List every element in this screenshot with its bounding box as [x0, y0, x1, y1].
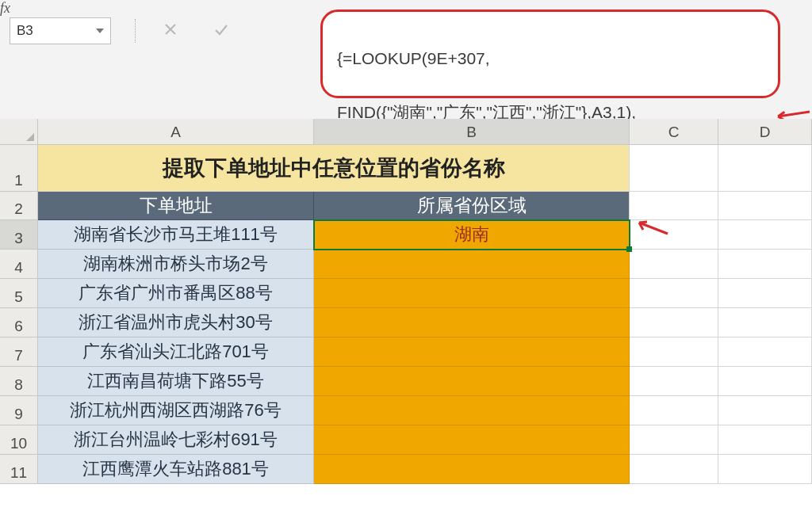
formula-cancel-button[interactable] — [157, 18, 184, 44]
row-header-3[interactable]: 3 — [0, 220, 38, 250]
row-header-7[interactable]: 7 — [0, 337, 38, 367]
row-header-5[interactable]: 5 — [0, 279, 38, 308]
cell-B7[interactable] — [314, 337, 630, 367]
column-header-A[interactable]: A — [38, 119, 314, 144]
cell-B11[interactable] — [314, 455, 630, 484]
cell-B9[interactable] — [314, 396, 630, 425]
row-11: 11 江西鹰潭火车站路881号 — [0, 455, 812, 484]
cell-D9[interactable] — [718, 396, 812, 425]
row-5: 5 广东省广州市番禺区88号 — [0, 279, 812, 308]
cell-D8[interactable] — [718, 367, 812, 396]
select-all-corner[interactable] — [0, 119, 38, 144]
spreadsheet-grid[interactable]: A B C D 1 提取下单地址中任意位置的省份名称 2 下单地址 所属省份区域… — [0, 119, 812, 511]
cell-C10[interactable] — [630, 425, 718, 455]
row-header-2[interactable]: 2 — [0, 192, 38, 220]
cell-C11[interactable] — [630, 455, 718, 484]
cell-D5[interactable] — [718, 279, 812, 308]
row-header-8[interactable]: 8 — [0, 367, 38, 396]
cell-A5[interactable]: 广东省广州市番禺区88号 — [38, 279, 314, 308]
cell-B6[interactable] — [314, 308, 630, 337]
column-headers: A B C D — [0, 119, 812, 145]
cell-D11[interactable] — [718, 455, 812, 484]
cell-D3[interactable] — [718, 220, 812, 250]
row-header-11[interactable]: 11 — [0, 455, 38, 484]
row-header-10[interactable]: 10 — [0, 425, 38, 455]
cell-A4[interactable]: 湖南株洲市桥头市场2号 — [38, 250, 314, 279]
annotation-arrow-cell — [634, 216, 669, 242]
cell-A6[interactable]: 浙江省温州市虎头村30号 — [38, 308, 314, 337]
cell-A9[interactable]: 浙江杭州西湖区西湖路76号 — [38, 396, 314, 425]
row-header-4[interactable]: 4 — [0, 250, 38, 279]
formula-bar-area: B3 fx {=LOOKUP(9E+307, FIND({"湖南","广东","… — [0, 0, 812, 119]
column-header-C[interactable]: C — [630, 119, 718, 144]
row-header-1[interactable]: 1 — [0, 145, 38, 192]
row-7: 7 广东省汕头江北路701号 — [0, 337, 812, 367]
cell-B4[interactable] — [314, 250, 630, 279]
row-9: 9 浙江杭州西湖区西湖路76号 — [0, 396, 812, 425]
formula-input[interactable]: {=LOOKUP(9E+307, FIND({"湖南","广东","江西","浙… — [320, 10, 780, 98]
cell-B8[interactable] — [314, 367, 630, 396]
cell-A8[interactable]: 江西南昌荷塘下路55号 — [38, 367, 314, 396]
cell-A7[interactable]: 广东省汕头江北路701号 — [38, 337, 314, 367]
row-2: 2 下单地址 所属省份区域 — [0, 192, 812, 220]
cell-D10[interactable] — [718, 425, 812, 455]
cell-C8[interactable] — [630, 367, 718, 396]
row-header-6[interactable]: 6 — [0, 308, 38, 337]
column-header-D[interactable]: D — [718, 119, 812, 144]
fx-icon: fx — [0, 0, 10, 16]
cell-D4[interactable] — [718, 250, 812, 279]
cell-D7[interactable] — [718, 337, 812, 367]
check-icon — [213, 21, 229, 40]
row-10: 10 浙江台州温岭七彩村691号 — [0, 425, 812, 455]
formula-accept-button[interactable] — [208, 18, 235, 44]
row-4: 4 湖南株洲市桥头市场2号 — [0, 250, 812, 279]
separator — [135, 19, 136, 43]
grid-body: 1 提取下单地址中任意位置的省份名称 2 下单地址 所属省份区域 3 湖南省长沙… — [0, 145, 812, 484]
row-6: 6 浙江省温州市虎头村30号 — [0, 308, 812, 337]
row-8: 8 江西南昌荷塘下路55号 — [0, 367, 812, 396]
row-1: 1 提取下单地址中任意位置的省份名称 — [0, 145, 812, 192]
cell-A3[interactable]: 湖南省长沙市马王堆111号 — [38, 220, 314, 250]
row-header-9[interactable]: 9 — [0, 396, 38, 425]
cell-D6[interactable] — [718, 308, 812, 337]
header-province[interactable]: 所属省份区域 — [314, 192, 630, 220]
cell-C6[interactable] — [630, 308, 718, 337]
cell-B5[interactable] — [314, 279, 630, 308]
formula-line-1: {=LOOKUP(9E+307, — [337, 45, 764, 72]
name-box-dropdown-icon[interactable] — [96, 29, 104, 33]
cell-D2[interactable] — [718, 192, 812, 220]
cell-B3[interactable]: 湖南 — [314, 220, 630, 250]
header-address[interactable]: 下单地址 — [38, 192, 314, 220]
cell-A11[interactable]: 江西鹰潭火车站路881号 — [38, 455, 314, 484]
title-cell[interactable]: 提取下单地址中任意位置的省份名称 — [38, 145, 630, 192]
cell-B10[interactable] — [314, 425, 630, 455]
name-box-value: B3 — [17, 23, 33, 39]
cell-C5[interactable] — [630, 279, 718, 308]
cell-C4[interactable] — [630, 250, 718, 279]
column-header-B[interactable]: B — [314, 119, 630, 144]
name-box[interactable]: B3 — [10, 17, 111, 44]
cell-D1[interactable] — [718, 145, 812, 192]
cell-A10[interactable]: 浙江台州温岭七彩村691号 — [38, 425, 314, 455]
row-3: 3 湖南省长沙市马王堆111号 湖南 — [0, 220, 812, 250]
x-icon — [163, 21, 178, 40]
cell-C9[interactable] — [630, 396, 718, 425]
cell-C7[interactable] — [630, 337, 718, 367]
cell-C1[interactable] — [630, 145, 718, 192]
